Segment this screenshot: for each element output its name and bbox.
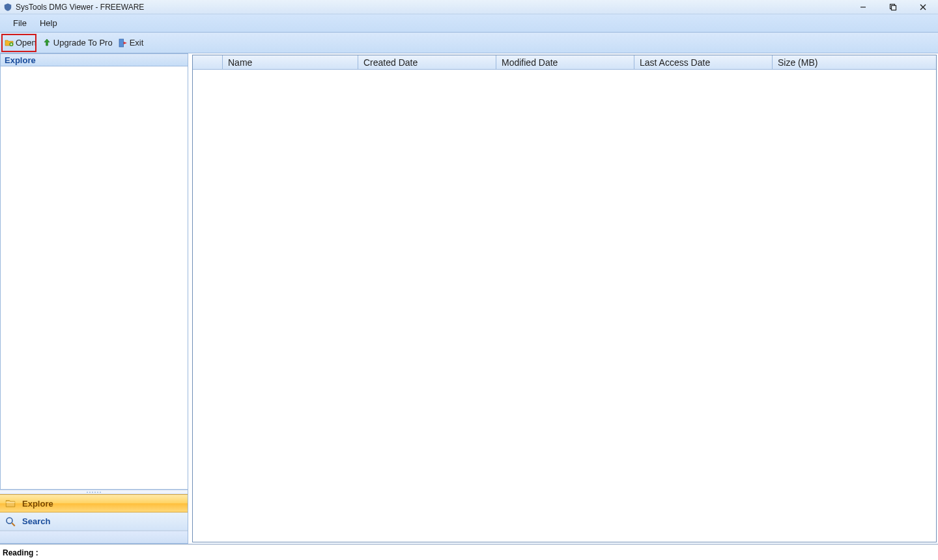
grid-column-icon[interactable] (193, 55, 223, 69)
menu-help[interactable]: Help (33, 17, 64, 29)
tab-search[interactable]: Search (0, 512, 188, 531)
svg-rect-6 (119, 39, 124, 47)
title-bar[interactable]: SysTools DMG Viewer - FREEWARE (0, 0, 938, 14)
tab-explore[interactable]: Explore (0, 494, 188, 512)
body-row: Explore Explore Search (0, 53, 938, 544)
grid: Name Created Date Modified Date Last Acc… (192, 55, 937, 542)
side-panel: Explore Explore Search (0, 53, 188, 544)
svg-rect-2 (892, 5, 896, 10)
menu-bar: File Help (0, 14, 938, 33)
tab-search-label: Search (22, 516, 50, 526)
minimize-button[interactable] (848, 0, 878, 14)
exit-icon (118, 38, 128, 48)
app-window: SysTools DMG Viewer - FREEWARE File Help… (0, 0, 938, 560)
grid-column-created-date[interactable]: Created Date (358, 55, 496, 69)
search-icon (4, 515, 17, 528)
menu-file[interactable]: File (7, 17, 33, 29)
maximize-button[interactable] (878, 0, 908, 14)
svg-line-8 (12, 523, 15, 526)
svg-point-7 (7, 518, 12, 524)
exit-button-label: Exit (130, 38, 144, 48)
side-bottom-strip (0, 531, 188, 544)
toolbar: Open Upgrade To Pro Exit (0, 33, 938, 53)
grid-column-name[interactable]: Name (223, 55, 358, 69)
tab-explore-label: Explore (22, 499, 53, 509)
upgrade-button[interactable]: Upgrade To Pro (39, 35, 115, 51)
grid-header-row: Name Created Date Modified Date Last Acc… (193, 55, 936, 70)
window-controls (848, 0, 938, 14)
upgrade-icon (42, 38, 52, 48)
open-button[interactable]: Open (1, 35, 39, 51)
open-button-label: Open (16, 38, 36, 48)
grid-body[interactable] (193, 70, 936, 542)
grid-column-modified-date[interactable]: Modified Date (496, 55, 634, 69)
main-panel: Name Created Date Modified Date Last Acc… (188, 53, 938, 544)
grid-column-size[interactable]: Size (MB) (773, 55, 936, 69)
folder-icon (4, 497, 17, 510)
tree-view[interactable] (0, 66, 188, 490)
status-text: Reading : (3, 548, 38, 557)
folder-open-icon (4, 38, 14, 48)
grid-column-last-access-date[interactable]: Last Access Date (634, 55, 773, 69)
status-bar: Reading : (0, 544, 938, 560)
upgrade-button-label: Upgrade To Pro (53, 38, 113, 48)
panel-resize-grip[interactable] (0, 490, 188, 494)
close-button[interactable] (908, 0, 938, 14)
exit-button[interactable]: Exit (115, 35, 147, 51)
side-panel-header: Explore (0, 53, 188, 66)
app-icon (3, 2, 13, 12)
window-title: SysTools DMG Viewer - FREEWARE (16, 3, 144, 12)
